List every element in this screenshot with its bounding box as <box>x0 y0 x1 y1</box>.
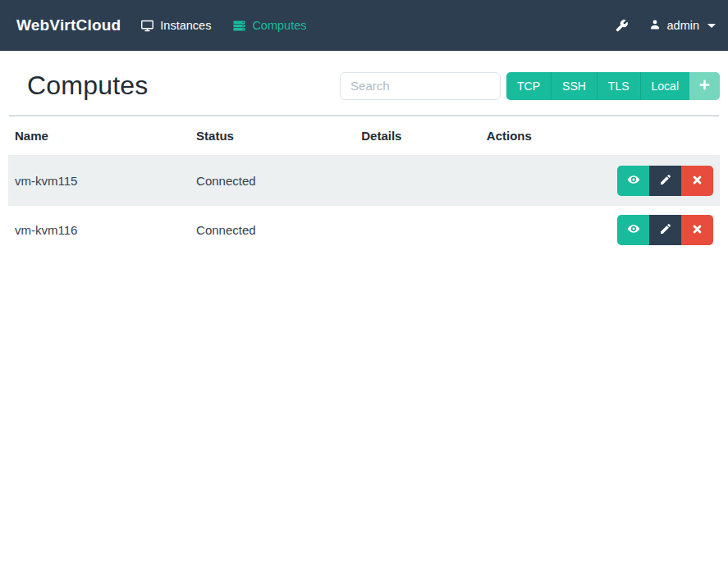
edit-compute-button[interactable] <box>649 166 681 196</box>
cell-status: Connected <box>190 206 355 255</box>
pencil-icon <box>659 173 672 189</box>
nav-item-computes[interactable]: Computes <box>232 19 306 33</box>
nav-items: Instances Computes <box>140 19 306 33</box>
cell-name: vm-kvm115 <box>8 156 190 206</box>
user-icon <box>648 18 662 34</box>
nav-item-label: Instances <box>160 19 211 32</box>
nav-item-instances[interactable]: Instances <box>140 19 211 33</box>
tcp-button[interactable]: TCP <box>506 72 551 100</box>
main-content: Computes TCP SSH TLS Local Name Status D… <box>0 51 728 254</box>
column-header-actions: Actions <box>480 116 720 156</box>
caret-down-icon <box>707 24 716 28</box>
navbar-right: admin <box>615 18 717 34</box>
wrench-icon[interactable] <box>615 19 629 33</box>
cell-details <box>355 156 480 206</box>
tls-button[interactable]: TLS <box>597 72 640 100</box>
computes-table: Name Status Details Actions vm-kvm115 Co… <box>8 116 720 254</box>
page-head: Computes TCP SSH TLS Local <box>8 51 720 101</box>
page-title: Computes <box>27 71 148 101</box>
user-menu[interactable]: admin <box>648 18 717 34</box>
x-icon <box>691 174 703 189</box>
eye-icon <box>626 172 641 189</box>
cell-status: Connected <box>190 156 355 206</box>
cell-name: vm-kvm116 <box>8 206 190 255</box>
server-icon <box>232 19 246 33</box>
table-row: vm-kvm116 Connected <box>8 206 720 255</box>
connection-type-buttons: TCP SSH TLS Local <box>506 72 720 100</box>
navbar: WebVirtCloud Instances <box>0 0 728 51</box>
nav-item-label: Computes <box>252 19 306 32</box>
cell-actions <box>480 156 720 206</box>
table-row: vm-kvm115 Connected <box>8 156 720 206</box>
delete-compute-button[interactable] <box>681 166 713 196</box>
column-header-status: Status <box>190 116 355 156</box>
add-compute-button[interactable] <box>689 72 720 100</box>
edit-compute-button[interactable] <box>649 215 681 245</box>
local-button[interactable]: Local <box>640 72 689 100</box>
pencil-icon <box>659 222 672 238</box>
view-compute-button[interactable] <box>617 215 649 245</box>
x-icon <box>691 223 703 238</box>
user-name: admin <box>667 19 700 32</box>
column-header-name: Name <box>8 116 190 156</box>
cell-details <box>355 206 480 255</box>
plus-icon <box>698 79 711 93</box>
column-header-details: Details <box>355 116 480 156</box>
brand-logo[interactable]: WebVirtCloud <box>16 16 121 34</box>
eye-icon <box>626 221 641 239</box>
table-header-row: Name Status Details Actions <box>8 116 720 156</box>
cell-actions <box>480 206 720 255</box>
ssh-button[interactable]: SSH <box>551 72 597 100</box>
view-compute-button[interactable] <box>617 166 649 196</box>
delete-compute-button[interactable] <box>681 215 713 245</box>
monitor-icon <box>140 19 154 33</box>
search-input[interactable] <box>340 72 501 100</box>
